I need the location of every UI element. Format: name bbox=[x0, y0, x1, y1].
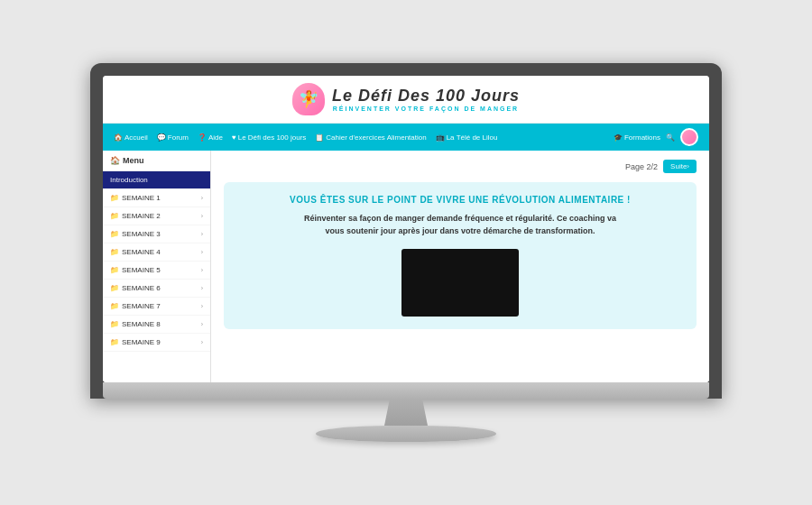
chevron-right-icon: › bbox=[201, 339, 203, 345]
nav-aide-label: Aide bbox=[208, 133, 223, 142]
nav-aide[interactable]: ❓ Aide bbox=[198, 133, 223, 142]
home-icon: 🏠 bbox=[114, 133, 123, 142]
sidebar-item-introduction[interactable]: Introduction bbox=[103, 171, 210, 189]
chevron-right-icon: › bbox=[201, 321, 203, 327]
semaine7-label: 📁 SEMAINE 7 bbox=[110, 302, 161, 310]
revolution-text: Réinventer sa façon de manger demande fr… bbox=[242, 212, 678, 238]
folder-icon: 📁 bbox=[110, 284, 119, 292]
nav-tele[interactable]: 📺 La Télé de Lilou bbox=[436, 133, 498, 142]
semaine5-label: 📁 SEMAINE 5 bbox=[110, 266, 161, 274]
nav-cahier-label: Cahier d'exercices Alimentation bbox=[326, 133, 426, 142]
fairy-icon: 🧚 bbox=[292, 83, 325, 115]
monitor: 🧚 Le Défi Des 100 Jours RÉINVENTER VOTRE… bbox=[90, 63, 722, 442]
nav-defi[interactable]: ♥ Le Défi des 100 jours bbox=[232, 133, 306, 142]
tele-icon: 📺 bbox=[436, 133, 445, 142]
folder-icon: 📁 bbox=[110, 230, 119, 238]
nav-formations[interactable]: 🎓 Formations bbox=[614, 133, 660, 142]
folder-icon: 📁 bbox=[110, 266, 119, 274]
folder-icon: 📁 bbox=[110, 194, 119, 202]
monitor-bezel: 🧚 Le Défi Des 100 Jours RÉINVENTER VOTRE… bbox=[90, 63, 722, 399]
sidebar-title: 🏠 Menu bbox=[103, 151, 210, 171]
sidebar-item-semaine3[interactable]: 📁 SEMAINE 3 › bbox=[103, 225, 210, 243]
formations-icon: 🎓 bbox=[614, 133, 623, 142]
revolution-title: VOUS ÊTES SUR LE POINT DE VIVRE UNE RÉVO… bbox=[242, 195, 678, 205]
semaine1-label: 📁 SEMAINE 1 bbox=[110, 194, 161, 202]
introduction-label: Introduction bbox=[110, 176, 148, 184]
monitor-neck bbox=[379, 399, 433, 426]
semaine8-label: 📁 SEMAINE 8 bbox=[110, 320, 161, 328]
aide-icon: ❓ bbox=[198, 133, 207, 142]
monitor-bottom-bezel bbox=[103, 382, 709, 399]
semaine2-label: 📁 SEMAINE 2 bbox=[110, 212, 161, 220]
logo-title: Le Défi Des 100 Jours bbox=[332, 87, 520, 106]
content-area: Page 2/2 Suite› VOUS ÊTES SUR LE POINT D… bbox=[211, 151, 709, 382]
chevron-right-icon: › bbox=[201, 267, 203, 273]
chevron-right-icon: › bbox=[201, 231, 203, 237]
site-header: 🧚 Le Défi Des 100 Jours RÉINVENTER VOTRE… bbox=[103, 76, 709, 124]
nav-accueil[interactable]: 🏠 Accueil bbox=[114, 133, 148, 142]
folder-icon: 📁 bbox=[110, 248, 119, 256]
sidebar-title-label: Menu bbox=[123, 156, 144, 165]
chevron-right-icon: › bbox=[201, 213, 203, 219]
sidebar-item-semaine2[interactable]: 📁 SEMAINE 2 › bbox=[103, 207, 210, 225]
chevron-right-icon: › bbox=[201, 249, 203, 255]
logo-subtitle: RÉINVENTER VOTRE FAÇON DE MANGER bbox=[332, 106, 520, 112]
sidebar-item-semaine5[interactable]: 📁 SEMAINE 5 › bbox=[103, 262, 210, 280]
sidebar-item-semaine8[interactable]: 📁 SEMAINE 8 › bbox=[103, 316, 210, 334]
forum-icon: 💬 bbox=[157, 133, 166, 142]
chevron-right-icon: › bbox=[201, 285, 203, 291]
folder-icon: 📁 bbox=[110, 338, 119, 346]
folder-icon: 📁 bbox=[110, 302, 119, 310]
heart-icon: ♥ bbox=[232, 133, 236, 142]
sidebar-item-semaine6[interactable]: 📁 SEMAINE 6 › bbox=[103, 280, 210, 298]
folder-icon: 📁 bbox=[110, 320, 119, 328]
sidebar-item-semaine1[interactable]: 📁 SEMAINE 1 › bbox=[103, 189, 210, 207]
sidebar: 🏠 Menu Introduction 📁 SEMAINE 1 › bbox=[103, 151, 211, 382]
nav-tele-label: La Télé de Lilou bbox=[447, 133, 498, 142]
sidebar-item-semaine9[interactable]: 📁 SEMAINE 9 › bbox=[103, 334, 210, 352]
nav-forum[interactable]: 💬 Forum bbox=[157, 133, 189, 142]
pagination-bar: Page 2/2 Suite› bbox=[224, 160, 697, 173]
sidebar-item-semaine4[interactable]: 📁 SEMAINE 4 › bbox=[103, 243, 210, 262]
nav-cahier[interactable]: 📋 Cahier d'exercices Alimentation bbox=[315, 133, 426, 142]
nav-forum-label: Forum bbox=[168, 133, 189, 142]
chevron-right-icon: › bbox=[201, 195, 203, 201]
semaine4-label: 📁 SEMAINE 4 bbox=[110, 248, 161, 256]
semaine9-label: 📁 SEMAINE 9 bbox=[110, 338, 161, 346]
sidebar-item-semaine7[interactable]: 📁 SEMAINE 7 › bbox=[103, 298, 210, 316]
page-info: Page 2/2 bbox=[625, 162, 658, 171]
nav-right: 🎓 Formations 🔍 bbox=[614, 128, 698, 146]
nav-defi-label: Le Défi des 100 jours bbox=[238, 133, 307, 142]
semaine6-label: 📁 SEMAINE 6 bbox=[110, 284, 161, 292]
video-placeholder[interactable] bbox=[401, 249, 519, 317]
monitor-base bbox=[316, 426, 496, 442]
nav-accueil-label: Accueil bbox=[125, 133, 148, 142]
site-logo: 🧚 Le Défi Des 100 Jours RÉINVENTER VOTRE… bbox=[292, 83, 520, 115]
sidebar-home-icon: 🏠 bbox=[110, 156, 120, 165]
cahier-icon: 📋 bbox=[315, 133, 324, 142]
nav-search[interactable]: 🔍 bbox=[666, 133, 675, 142]
monitor-screen: 🧚 Le Défi Des 100 Jours RÉINVENTER VOTRE… bbox=[103, 76, 709, 382]
suite-button[interactable]: Suite› bbox=[663, 160, 697, 173]
folder-icon: 📁 bbox=[110, 212, 119, 220]
semaine3-label: 📁 SEMAINE 3 bbox=[110, 230, 161, 238]
site-nav: 🏠 Accueil 💬 Forum ❓ Aide ♥ Le Défi des 1… bbox=[103, 124, 709, 151]
main-content: 🏠 Menu Introduction 📁 SEMAINE 1 › bbox=[103, 151, 709, 382]
content-box: VOUS ÊTES SUR LE POINT DE VIVRE UNE RÉVO… bbox=[224, 182, 697, 329]
nav-formations-label: Formations bbox=[624, 133, 660, 142]
user-avatar[interactable] bbox=[680, 128, 698, 146]
logo-text: Le Défi Des 100 Jours RÉINVENTER VOTRE F… bbox=[332, 87, 520, 112]
chevron-right-icon: › bbox=[201, 303, 203, 309]
screen-content: 🧚 Le Défi Des 100 Jours RÉINVENTER VOTRE… bbox=[103, 76, 709, 382]
search-icon: 🔍 bbox=[666, 133, 675, 142]
